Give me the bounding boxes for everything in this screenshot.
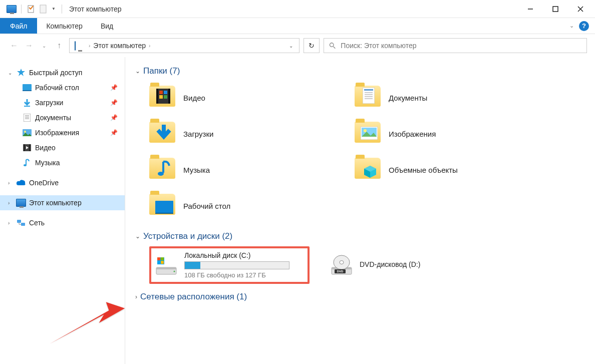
forward-button[interactable]: → xyxy=(23,40,35,52)
search-input[interactable] xyxy=(341,42,581,50)
sidebar-onedrive[interactable]: › OneDrive xyxy=(0,175,125,190)
chevron-down-icon[interactable]: ⌄ xyxy=(8,70,13,76)
svg-rect-47 xyxy=(157,257,160,260)
svg-rect-23 xyxy=(21,223,25,226)
folder-label: Документы xyxy=(389,94,427,102)
section-network-locations[interactable]: › Сетевые расположения (1) xyxy=(135,292,585,302)
ribbon-collapse-icon[interactable]: ⌄ xyxy=(569,23,574,29)
up-button[interactable]: ↑ xyxy=(53,40,65,52)
svg-line-7 xyxy=(334,47,336,49)
svg-point-21 xyxy=(24,164,27,166)
folder-desktop[interactable]: Рабочий стол xyxy=(149,189,340,222)
svg-rect-28 xyxy=(164,91,167,94)
folder-icon xyxy=(355,158,382,182)
section-drives[interactable]: ⌄ Устройства и диски (2) xyxy=(135,231,585,241)
address-bar[interactable]: › Этот компьютер › ⌄ xyxy=(69,38,300,53)
chevron-down-icon: ⌄ xyxy=(135,68,140,75)
folder-label: Объемные объекты xyxy=(389,166,458,174)
navigation-bar: ← → ⌄ ↑ › Этот компьютер › ⌄ ↻ xyxy=(0,34,595,57)
chevron-right-icon[interactable]: › xyxy=(8,220,13,226)
section-title: Папки (7) xyxy=(143,66,180,76)
sidebar-item-downloads[interactable]: Загрузки 📌 xyxy=(0,95,125,110)
sidebar-item-label: Загрузки xyxy=(35,99,63,107)
minimize-button[interactable] xyxy=(518,0,543,18)
sidebar-item-label: Сеть xyxy=(29,219,45,227)
svg-rect-18 xyxy=(24,144,25,151)
breadcrumb-location[interactable]: Этот компьютер xyxy=(91,42,148,50)
music-icon xyxy=(22,158,32,167)
tab-view[interactable]: Вид xyxy=(92,18,122,34)
star-icon xyxy=(16,68,26,77)
sidebar-item-desktop[interactable]: Рабочий стол 📌 xyxy=(0,80,125,95)
cloud-icon xyxy=(16,178,26,187)
tab-computer[interactable]: Компьютер xyxy=(37,18,91,34)
svg-rect-11 xyxy=(24,114,31,122)
chevron-right-icon[interactable]: › xyxy=(148,43,151,49)
folder-label: Рабочий стол xyxy=(183,202,230,210)
drive-d[interactable]: DVD DVD-дисковод (D:) xyxy=(330,253,460,277)
section-title: Устройства и диски (2) xyxy=(143,231,232,241)
network-icon xyxy=(16,218,26,227)
pin-icon: 📌 xyxy=(110,84,118,91)
chevron-right-icon[interactable]: › xyxy=(8,200,13,206)
svg-point-40 xyxy=(158,172,164,176)
svg-rect-24 xyxy=(156,89,170,104)
sidebar-item-pictures[interactable]: Изображения 📌 xyxy=(0,125,125,140)
svg-text:DVD: DVD xyxy=(337,270,344,273)
svg-rect-48 xyxy=(161,257,164,260)
section-folders[interactable]: ⌄ Папки (7) xyxy=(135,66,585,76)
svg-rect-32 xyxy=(364,89,373,91)
refresh-button[interactable]: ↻ xyxy=(304,38,320,53)
tab-file[interactable]: Файл xyxy=(0,18,37,34)
svg-rect-27 xyxy=(159,91,163,94)
separator xyxy=(21,5,22,14)
folder-icon xyxy=(149,158,176,182)
drive-c[interactable]: Локальный диск (C:) 108 ГБ свободно из 1… xyxy=(154,251,305,279)
svg-point-16 xyxy=(24,131,26,133)
highlight-annotation: Локальный диск (C:) 108 ГБ свободно из 1… xyxy=(149,246,310,284)
back-button[interactable]: ← xyxy=(8,40,20,52)
sidebar-quick-access[interactable]: ⌄ Быстрый доступ xyxy=(0,65,125,80)
new-folder-icon[interactable] xyxy=(38,4,49,15)
window-controls xyxy=(518,0,593,18)
drive-usage-bar xyxy=(184,261,289,269)
maximize-button[interactable] xyxy=(543,0,568,18)
recent-locations-dropdown[interactable]: ⌄ xyxy=(38,40,50,52)
this-pc-icon xyxy=(16,198,26,207)
folder-music[interactable]: Музыка xyxy=(149,153,340,186)
search-box[interactable] xyxy=(324,38,587,53)
help-icon[interactable]: ? xyxy=(579,21,589,31)
folder-icon xyxy=(149,86,176,110)
svg-rect-29 xyxy=(159,95,163,99)
drive-name: Локальный диск (C:) xyxy=(184,251,305,259)
sidebar-item-label: Видео xyxy=(35,144,56,152)
folder-downloads[interactable]: Загрузки xyxy=(149,117,340,150)
content-pane: ⌄ Папки (7) Видео Документы Загрузки Изо… xyxy=(125,57,595,364)
address-dropdown[interactable]: ⌄ xyxy=(285,43,297,49)
folder-3d-objects[interactable]: Объемные объекты xyxy=(355,153,545,186)
pin-icon: 📌 xyxy=(110,114,118,121)
qat-dropdown[interactable]: ▼ xyxy=(52,7,56,11)
folder-icon xyxy=(149,194,176,218)
chevron-right-icon[interactable]: › xyxy=(88,43,91,49)
search-icon xyxy=(329,42,336,49)
sidebar-item-label: Быстрый доступ xyxy=(29,69,82,77)
downloads-icon xyxy=(22,98,32,107)
folder-documents[interactable]: Документы xyxy=(355,81,545,114)
svg-rect-19 xyxy=(29,144,30,151)
svg-rect-22 xyxy=(17,220,21,223)
sidebar-item-music[interactable]: Музыка xyxy=(0,155,125,170)
properties-icon[interactable] xyxy=(26,4,37,15)
folder-pictures[interactable]: Изображения xyxy=(355,117,545,150)
folder-videos[interactable]: Видео xyxy=(149,81,340,114)
folder-icon xyxy=(355,122,382,146)
chevron-down-icon: ⌄ xyxy=(135,233,140,240)
this-pc-icon xyxy=(6,4,17,15)
chevron-right-icon[interactable]: › xyxy=(8,180,13,186)
sidebar-item-documents[interactable]: Документы 📌 xyxy=(0,110,125,125)
sidebar-item-label: Изображения xyxy=(35,129,79,137)
sidebar-this-pc[interactable]: › Этот компьютер xyxy=(0,195,125,210)
sidebar-network[interactable]: › Сеть xyxy=(0,215,125,230)
close-button[interactable] xyxy=(568,0,593,18)
sidebar-item-videos[interactable]: Видео xyxy=(0,140,125,155)
